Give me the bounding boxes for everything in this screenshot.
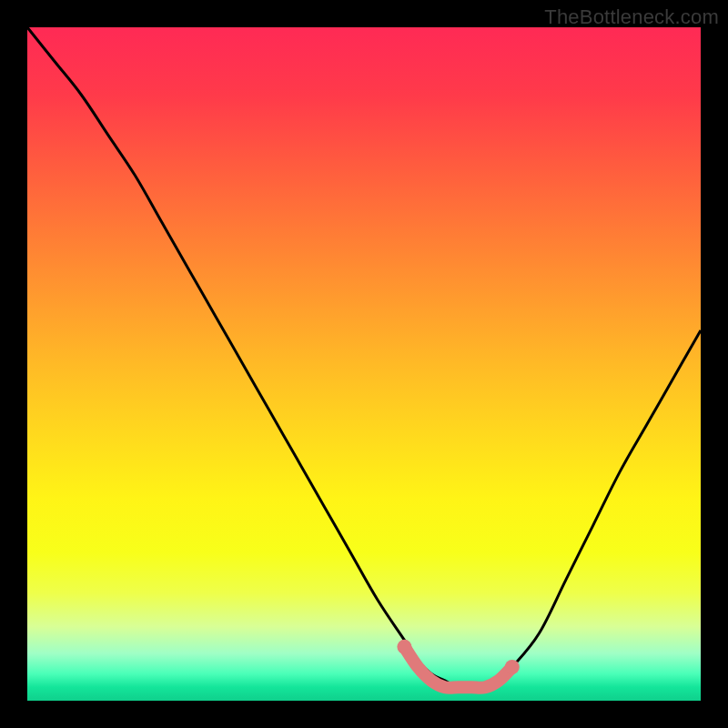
chart-svg	[27, 27, 701, 701]
chart-canvas: TheBottleneck.com	[0, 0, 728, 728]
plot-area	[27, 27, 701, 701]
optimal-zone-highlight	[404, 647, 511, 688]
highlight-endpoint-left	[397, 640, 411, 654]
highlight-endpoint-right	[505, 660, 520, 674]
bottleneck-curve	[27, 27, 701, 688]
watermark-text: TheBottleneck.com	[544, 5, 719, 29]
